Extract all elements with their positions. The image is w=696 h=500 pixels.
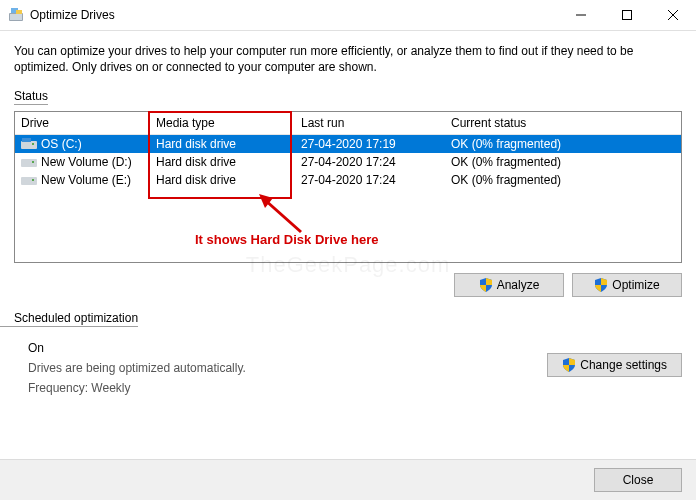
status-label: Status — [14, 89, 48, 105]
drive-status: OK (0% fragmented) — [445, 137, 655, 151]
svg-line-15 — [265, 200, 301, 232]
annotation-arrow-icon — [257, 194, 303, 234]
description-text: You can optimize your drives to help you… — [14, 43, 682, 75]
change-settings-button[interactable]: Change settings — [547, 353, 682, 377]
drive-icon — [21, 174, 37, 186]
svg-rect-12 — [32, 161, 34, 163]
svg-rect-13 — [21, 177, 37, 185]
shield-icon — [594, 278, 608, 292]
drive-lastrun: 27-04-2020 17:19 — [295, 137, 445, 151]
svg-rect-10 — [22, 138, 31, 142]
svg-rect-1 — [10, 14, 22, 20]
drive-icon — [21, 138, 37, 150]
drive-media: Hard disk drive — [150, 173, 295, 187]
minimize-button[interactable] — [558, 0, 604, 30]
col-media[interactable]: Media type — [150, 116, 295, 130]
svg-marker-16 — [259, 194, 273, 208]
table-row[interactable]: New Volume (D:) Hard disk drive 27-04-20… — [15, 153, 681, 171]
close-dialog-button[interactable]: Close — [594, 468, 682, 492]
table-row[interactable]: New Volume (E:) Hard disk drive 27-04-20… — [15, 171, 681, 189]
footer: Close — [0, 459, 696, 500]
svg-rect-14 — [32, 179, 34, 181]
drive-name: New Volume (D:) — [41, 155, 132, 169]
svg-rect-3 — [16, 10, 22, 14]
drive-media: Hard disk drive — [150, 155, 295, 169]
titlebar: Optimize Drives — [0, 0, 696, 31]
scheduled-label: Scheduled optimization — [0, 311, 138, 327]
svg-rect-8 — [21, 141, 37, 149]
close-button[interactable] — [650, 0, 696, 30]
drive-name: OS (C:) — [41, 137, 82, 151]
col-lastrun[interactable]: Last run — [295, 116, 445, 130]
window-title: Optimize Drives — [30, 8, 115, 22]
col-status[interactable]: Current status — [445, 116, 655, 130]
drive-name: New Volume (E:) — [41, 173, 131, 187]
app-icon — [8, 7, 24, 23]
svg-rect-11 — [21, 159, 37, 167]
change-settings-label: Change settings — [580, 358, 667, 372]
table-row[interactable]: OS (C:) Hard disk drive 27-04-2020 17:19… — [15, 135, 681, 153]
annotation-text: It shows Hard Disk Drive here — [195, 232, 379, 247]
svg-rect-9 — [32, 143, 34, 145]
analyze-label: Analyze — [497, 278, 540, 292]
optimize-button[interactable]: Optimize — [572, 273, 682, 297]
close-label: Close — [623, 473, 654, 487]
optimize-label: Optimize — [612, 278, 659, 292]
scheduled-line1: Drives are being optimized automatically… — [28, 361, 533, 375]
maximize-button[interactable] — [604, 0, 650, 30]
table-header: Drive Media type Last run Current status — [15, 112, 681, 135]
shield-icon — [562, 358, 576, 372]
drive-media: Hard disk drive — [150, 137, 295, 151]
drive-icon — [21, 156, 37, 168]
scheduled-state: On — [28, 341, 533, 355]
col-drive[interactable]: Drive — [15, 116, 150, 130]
scheduled-line2: Frequency: Weekly — [28, 381, 533, 395]
svg-rect-5 — [623, 11, 632, 20]
analyze-button[interactable]: Analyze — [454, 273, 564, 297]
drive-status: OK (0% fragmented) — [445, 173, 655, 187]
drive-lastrun: 27-04-2020 17:24 — [295, 155, 445, 169]
drives-table[interactable]: Drive Media type Last run Current status… — [14, 111, 682, 263]
drive-status: OK (0% fragmented) — [445, 155, 655, 169]
drive-lastrun: 27-04-2020 17:24 — [295, 173, 445, 187]
shield-icon — [479, 278, 493, 292]
